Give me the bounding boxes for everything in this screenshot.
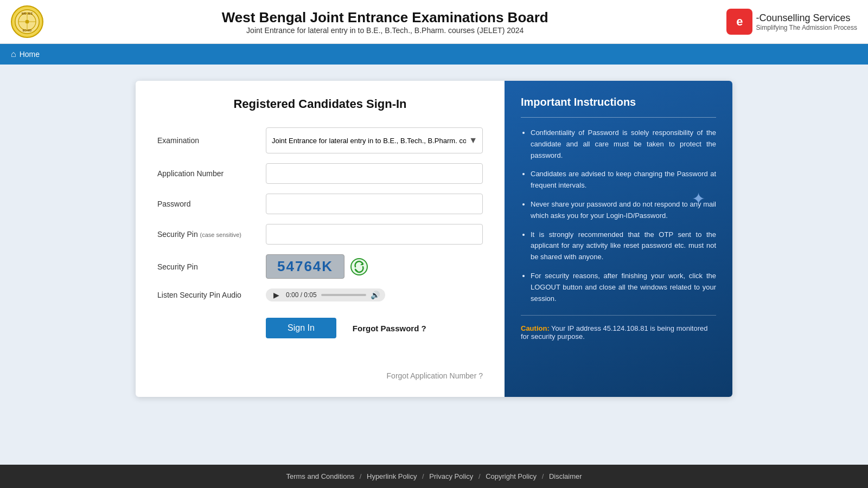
password-group: Password xyxy=(157,194,483,214)
password-input[interactable] xyxy=(266,194,483,214)
list-item: Confidentiality of Password is solely re… xyxy=(531,127,716,161)
security-pin-input-label: Security Pin (case sensitive) xyxy=(157,230,266,239)
audio-time: 0:00 / 0:05 xyxy=(286,291,317,299)
forgot-password-link[interactable]: Forgot Password ? xyxy=(353,324,426,333)
footer-separator: / xyxy=(478,472,482,480)
security-pin-input[interactable] xyxy=(266,224,483,245)
footer-link[interactable]: Hyperlink Policy xyxy=(367,472,417,480)
instructions-list: Confidentiality of Password is solely re… xyxy=(521,127,716,304)
form-right: Important Instructions Confidentiality o… xyxy=(505,81,732,397)
audio-label: Listen Security Pin Audio xyxy=(157,291,266,299)
list-item: For security reasons, after finishing yo… xyxy=(531,271,716,304)
footer-link[interactable]: Copyright Policy xyxy=(486,472,537,480)
form-panel: Registered Candidates Sign-In Examinatio… xyxy=(136,81,732,397)
svg-point-2 xyxy=(25,20,29,23)
security-pin-input-group: Security Pin (case sensitive) xyxy=(157,224,483,245)
examination-select[interactable]: Joint Entrance for lateral entry in to B… xyxy=(266,127,483,153)
list-item: It is strongly recommended that the OTP … xyxy=(531,229,716,263)
sparkle-decoration: ✦ xyxy=(692,189,705,208)
security-pin-display-label: Security Pin xyxy=(157,262,266,271)
caution-box: Caution: Your IP address 45.124.108.81 i… xyxy=(521,315,716,341)
header-center: West Bengal Joint Entrance Examinations … xyxy=(43,9,726,35)
examination-group: Examination Joint Entrance for lateral e… xyxy=(157,127,483,153)
footer: Terms and Conditions / Hyperlink Policy … xyxy=(0,465,868,488)
footer-link[interactable]: Disclaimer xyxy=(549,472,582,480)
examination-select-wrapper: Joint Entrance for lateral entry in to B… xyxy=(266,127,483,153)
header: WB JEE BOARD West Bengal Joint Entrance … xyxy=(0,0,868,44)
home-link[interactable]: ⌂ Home xyxy=(11,49,40,59)
application-number-label: Application Number xyxy=(157,169,266,178)
home-icon: ⌂ xyxy=(11,49,16,59)
instructions-divider xyxy=(521,117,716,118)
buttons-row: Sign In Forgot Password ? xyxy=(157,318,483,338)
brand-icon: e xyxy=(726,9,752,35)
board-logo: WB JEE BOARD xyxy=(11,5,43,38)
security-pin-display-group: Security Pin 54764K xyxy=(157,254,483,279)
security-pin-value: 54764K xyxy=(266,254,344,279)
application-number-input[interactable] xyxy=(266,163,483,184)
footer-separator: / xyxy=(422,472,426,480)
site-title: West Bengal Joint Entrance Examinations … xyxy=(43,9,726,26)
header-logo-left: WB JEE BOARD xyxy=(11,5,43,38)
play-button[interactable]: ▶ xyxy=(271,291,282,299)
application-number-group: Application Number xyxy=(157,163,483,184)
examination-label: Examination xyxy=(157,136,266,145)
list-item: Candidates are advised to keep changing … xyxy=(531,169,716,191)
list-item: Never share your password and do not res… xyxy=(531,199,716,222)
form-left: Registered Candidates Sign-In Examinatio… xyxy=(136,81,505,397)
main-content: Registered Candidates Sign-In Examinatio… xyxy=(0,65,868,465)
footer-separator: / xyxy=(542,472,546,480)
brand-box: e -Counselling Services Simplifying The … xyxy=(726,9,857,35)
sign-in-button[interactable]: Sign In xyxy=(266,318,336,338)
footer-separator: / xyxy=(360,472,363,480)
forgot-app-number-link[interactable]: Forgot Application Number ? xyxy=(387,371,483,380)
audio-progress-bar[interactable] xyxy=(321,294,366,296)
footer-link[interactable]: Terms and Conditions xyxy=(286,472,354,480)
refresh-icon xyxy=(350,258,368,276)
site-subtitle: Joint Entrance for lateral entry in to B… xyxy=(43,26,726,35)
nav-bar: ⌂ Home xyxy=(0,44,868,65)
case-sensitive-note: (case sensitive) xyxy=(200,232,241,238)
caution-label: Caution: xyxy=(521,324,550,332)
header-right: e -Counselling Services Simplifying The … xyxy=(726,9,857,35)
footer-link[interactable]: Privacy Policy xyxy=(429,472,473,480)
brand-tagline: Simplifying The Admission Process xyxy=(756,24,857,31)
password-label: Password xyxy=(157,200,266,208)
audio-player: ▶ 0:00 / 0:05 🔊 xyxy=(266,288,385,301)
refresh-captcha-button[interactable] xyxy=(350,258,368,276)
security-pin-display: 54764K xyxy=(266,254,368,279)
forgot-app-number-section: Forgot Application Number ? xyxy=(157,371,483,381)
home-label: Home xyxy=(20,50,40,59)
brand-name: -Counselling Services xyxy=(756,12,857,24)
instructions-title: Important Instructions xyxy=(521,96,716,108)
volume-icon: 🔊 xyxy=(371,291,380,299)
form-title: Registered Candidates Sign-In xyxy=(157,97,483,111)
audio-group: Listen Security Pin Audio ▶ 0:00 / 0:05 … xyxy=(157,288,483,301)
